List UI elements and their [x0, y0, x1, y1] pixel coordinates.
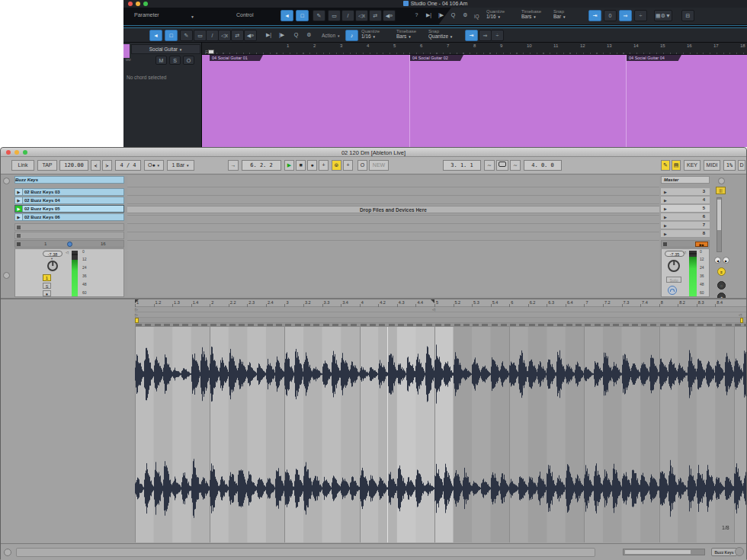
loop-start-display[interactable]: 3. 1. 1: [443, 160, 481, 171]
show-mixer-toggle[interactable]: ≡: [717, 267, 726, 276]
timebase-dropdown[interactable]: Timebase Bars ▼: [521, 9, 541, 19]
scene-slot[interactable]: ▶5: [661, 205, 710, 213]
arrange-clip-region[interactable]: 04 Social Guitar 0104 Social Guitar 0204…: [202, 55, 747, 147]
help-button[interactable]: ?: [410, 10, 423, 21]
play-button[interactable]: ▶: [284, 160, 294, 171]
warp-segment[interactable]: [220, 324, 226, 326]
cpu-meter[interactable]: 1%: [723, 160, 736, 171]
warp-segment[interactable]: [492, 324, 498, 326]
scene-play-icon[interactable]: ▶: [664, 190, 667, 194]
scrollbar-thumb[interactable]: [625, 550, 691, 554]
warp-segment[interactable]: [473, 324, 479, 326]
scene-slot[interactable]: ▶4: [661, 197, 710, 204]
automation-icon[interactable]: ʋʋ: [126, 57, 131, 62]
crosshair-button[interactable]: ÷: [634, 10, 647, 21]
pencil-tool-button[interactable]: ✎: [180, 30, 193, 41]
key-map-button[interactable]: KEY: [684, 160, 701, 171]
warp-segment[interactable]: [304, 324, 310, 326]
stop-button[interactable]: ■: [296, 160, 306, 171]
listen-tool-button[interactable]: ◀»: [383, 10, 396, 21]
warp-segment[interactable]: [361, 324, 367, 326]
metronome-button[interactable]: O● ▼: [144, 160, 164, 171]
warp-segment[interactable]: [604, 324, 610, 326]
session-clip-slot[interactable]: ▶02 Buzz Keys 04: [14, 197, 124, 204]
track-color-tab[interactable]: [123, 44, 130, 58]
memory-locations-button[interactable]: ⊟: [681, 10, 694, 21]
loop-q-icon[interactable]: Q: [447, 10, 460, 21]
info-toggle[interactable]: [4, 549, 11, 556]
timeline-ruler[interactable]: ⊑⊒ 123456789101112131415161718192021: [202, 43, 747, 55]
arrangement-position-display[interactable]: 6. 2. 2: [242, 160, 281, 171]
vertical-scrollbar[interactable]: [717, 197, 722, 252]
warp-segment[interactable]: [529, 324, 535, 326]
loop-end-handle[interactable]: ◁: [432, 307, 435, 312]
scene-play-icon[interactable]: ▶: [664, 223, 667, 228]
chevron-down-icon[interactable]: ▼: [191, 14, 194, 19]
quantize-dropdown[interactable]: Quantize 1/16 ▼: [361, 29, 380, 39]
loop-q-icon[interactable]: Q: [290, 30, 303, 41]
arrow-tool-button[interactable]: ◄: [149, 30, 162, 41]
re-enable-automation-button[interactable]: +: [343, 160, 353, 171]
warp-segment[interactable]: [688, 324, 694, 326]
mute-button[interactable]: M: [155, 56, 167, 65]
audio-clip-label[interactable]: 04 Social Guitar 04: [627, 55, 681, 61]
clip-start-flag[interactable]: [135, 318, 139, 323]
studio-one-titlebar[interactable]: Studio One - 04 106 Am: [123, 0, 747, 8]
warp-segment[interactable]: [650, 324, 656, 326]
warp-segment[interactable]: [566, 324, 572, 326]
disk-overload-indicator[interactable]: D: [738, 160, 745, 171]
scrub-area-row[interactable]: ▷ ◁: [135, 312, 746, 318]
audio-clip-label[interactable]: 04 Social Guitar 01: [210, 55, 263, 61]
track-name-dropdown[interactable]: Social Guitar ▼: [131, 44, 200, 54]
play-marker-icon[interactable]: ▶|: [262, 30, 275, 41]
warp-segment[interactable]: [136, 324, 142, 326]
overdub-button[interactable]: +: [319, 160, 329, 171]
drop-zone[interactable]: Drop Files and Devices Here: [127, 206, 659, 213]
warp-segment[interactable]: [389, 324, 395, 326]
clip-play-icon[interactable]: ▶: [15, 197, 23, 203]
autoscroll-button[interactable]: ⇒: [619, 10, 632, 21]
clip-play-icon[interactable]: ▶: [15, 189, 23, 195]
paint-tool-button[interactable]: /: [206, 30, 219, 41]
pan-dot[interactable]: [67, 242, 72, 247]
audio-clip-label[interactable]: 04 Social Guitar 02: [410, 55, 463, 61]
warp-segment[interactable]: [726, 324, 732, 326]
scene-slot[interactable]: ▶3: [661, 188, 710, 196]
warp-segment[interactable]: [575, 324, 582, 326]
solo-button[interactable]: S: [43, 283, 51, 289]
new-button[interactable]: NEW: [369, 160, 389, 171]
scrollbar-thumb[interactable]: [717, 200, 721, 230]
solo-button[interactable]: S: [169, 56, 181, 65]
range-tool-button[interactable]: □: [165, 30, 178, 41]
session-clip-slot[interactable]: ▶02 Buzz Keys 05: [14, 205, 124, 213]
loop-brace-end-icon[interactable]: [431, 299, 434, 303]
follow-actions-button[interactable]: ▤: [672, 160, 681, 171]
nudge-down-button[interactable]: ◂|: [91, 160, 101, 171]
warp-segment[interactable]: [623, 324, 629, 326]
warp-segment[interactable]: [145, 324, 151, 326]
scene-slot[interactable]: ▶8: [661, 230, 710, 238]
warp-segment[interactable]: [501, 324, 507, 326]
volume-value[interactable]: -7.38: [43, 251, 63, 257]
beat-time-ruler[interactable]: 11.21.31.422.22.32.433.23.33.444.24.34.4…: [135, 299, 746, 307]
bend-tool-button[interactable]: ⇄: [369, 10, 382, 21]
warp-segment[interactable]: [192, 324, 198, 326]
warp-segment[interactable]: [632, 324, 638, 326]
scene-play-icon[interactable]: ▶: [664, 232, 667, 236]
warp-segment[interactable]: [519, 324, 525, 326]
snap-dropdown[interactable]: Snap Quantize ▼: [428, 29, 453, 39]
warp-segment[interactable]: [716, 324, 722, 326]
warp-segment[interactable]: [678, 324, 684, 326]
stop-all-clips-button[interactable]: ▶■: [695, 242, 708, 247]
region-end-handle[interactable]: ◁: [739, 312, 742, 317]
play-from-icon[interactable]: |▶: [434, 10, 447, 21]
autoscroll-button[interactable]: ⇒: [479, 30, 492, 41]
horizontal-scrollbar[interactable]: [623, 549, 705, 555]
master-volume-value[interactable]: -7.35: [665, 251, 684, 257]
warp-segment[interactable]: [164, 324, 170, 326]
warp-segment[interactable]: [744, 324, 747, 326]
warp-segment[interactable]: [585, 324, 591, 326]
action-dropdown[interactable]: Action ▼: [322, 33, 340, 38]
warp-segment[interactable]: [248, 324, 254, 326]
warp-segment[interactable]: [370, 324, 376, 326]
